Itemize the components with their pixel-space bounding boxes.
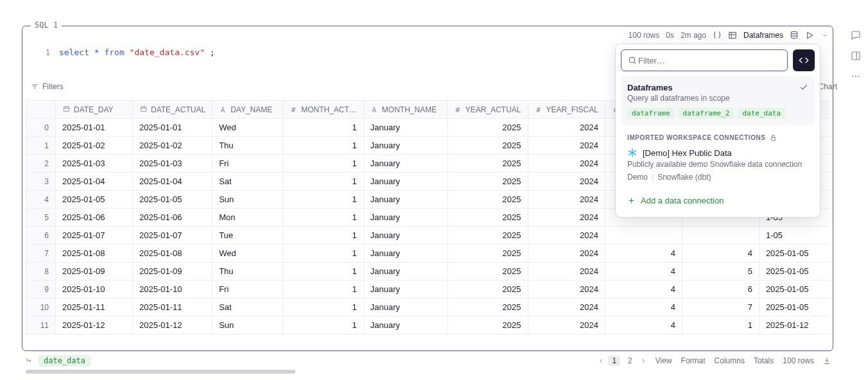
cell[interactable]: 1: [283, 263, 364, 281]
cell[interactable]: 2025-01-08: [56, 245, 133, 263]
cell[interactable]: 2025-01-05: [759, 298, 829, 316]
cell[interactable]: 7: [682, 298, 759, 316]
footer-view[interactable]: View: [655, 356, 672, 365]
cell[interactable]: 2025: [447, 227, 528, 245]
cell[interactable]: January: [363, 245, 447, 263]
page-2[interactable]: 2: [624, 356, 636, 366]
cell[interactable]: Thu: [213, 137, 283, 155]
cell[interactable]: 1: [283, 316, 364, 334]
cell[interactable]: 2025-01-08: [133, 245, 213, 263]
download-icon[interactable]: [823, 357, 831, 365]
cell[interactable]: 5: [682, 263, 759, 281]
table-row[interactable]: 102025-01-112025-01-11Sat1January2025202…: [26, 298, 830, 316]
cell[interactable]: 2024: [528, 263, 605, 281]
cell[interactable]: 2025-01-12: [56, 316, 133, 334]
cell[interactable]: 2024: [528, 298, 605, 316]
cell[interactable]: 1: [283, 298, 364, 316]
cell[interactable]: 2024: [528, 316, 605, 334]
cell[interactable]: 4: [605, 245, 682, 263]
cell[interactable]: January: [363, 298, 447, 316]
cell[interactable]: 2024: [528, 245, 605, 263]
cell[interactable]: 2025-01-12: [759, 316, 829, 334]
horizontal-scrollbar[interactable]: [26, 370, 295, 374]
cell[interactable]: 2025: [447, 245, 528, 263]
cell[interactable]: 2025-01-05: [759, 263, 829, 281]
source-dataframes[interactable]: Dataframes Query all dataframes in scope…: [621, 76, 815, 125]
column-header[interactable]: DATE_ACTUAL: [133, 101, 213, 119]
cell[interactable]: 2024: [528, 119, 605, 137]
cell[interactable]: Fri: [213, 281, 283, 298]
cell[interactable]: 4: [605, 316, 682, 334]
table-row[interactable]: 72025-01-082025-01-08Wed1January20252024…: [26, 245, 830, 263]
cell[interactable]: 1: [283, 173, 364, 191]
cell[interactable]: 2025-01-02: [133, 137, 213, 155]
cell[interactable]: 2025-01-02: [56, 137, 133, 155]
footer-totals[interactable]: Totals: [754, 356, 774, 365]
page-1[interactable]: 1: [608, 356, 620, 366]
cell[interactable]: January: [363, 173, 447, 191]
cell[interactable]: 2025-01-12: [133, 316, 213, 334]
cell[interactable]: 2025: [447, 316, 528, 334]
cell[interactable]: 4: [605, 263, 682, 281]
tab-chart[interactable]: Chart: [819, 82, 837, 91]
cell[interactable]: 1: [283, 155, 364, 173]
cell[interactable]: January: [363, 227, 447, 245]
table-row[interactable]: 62025-01-072025-01-07Tue1January20252024…: [26, 227, 830, 245]
cell[interactable]: January: [363, 137, 447, 155]
filter-input[interactable]: [637, 55, 781, 66]
cell[interactable]: [605, 227, 682, 245]
page-next[interactable]: [640, 358, 647, 364]
table-icon[interactable]: [728, 31, 737, 40]
chevron-down-icon[interactable]: [820, 31, 829, 40]
table-row[interactable]: 92025-01-102025-01-10Fri1January20252024…: [26, 281, 830, 298]
cell[interactable]: 2024: [528, 155, 605, 173]
table-row[interactable]: 112025-01-122025-01-12Sun1January2025202…: [26, 316, 830, 334]
data-source-label[interactable]: Dataframes: [743, 31, 783, 40]
cell[interactable]: 1: [283, 245, 364, 263]
cell[interactable]: Sun: [213, 191, 283, 209]
cell[interactable]: 2025: [447, 263, 528, 281]
layout-icon[interactable]: [850, 50, 862, 62]
column-header[interactable]: ADAY_NAME: [213, 101, 283, 119]
cell[interactable]: 2025: [447, 173, 528, 191]
column-header[interactable]: DATE_DAY: [56, 101, 133, 119]
cell[interactable]: 1: [682, 316, 759, 334]
cell[interactable]: 2025-01-09: [133, 263, 213, 281]
cell[interactable]: January: [363, 191, 447, 209]
column-header[interactable]: #YEAR_ACTUAL: [447, 101, 528, 119]
cell[interactable]: 2024: [528, 137, 605, 155]
cell[interactable]: 4: [605, 281, 682, 298]
cell[interactable]: Sat: [213, 173, 283, 191]
dataframe-pill[interactable]: date_data: [738, 108, 785, 119]
cell[interactable]: 1: [283, 281, 364, 298]
cell[interactable]: 2025-01-05: [759, 245, 829, 263]
filters-button[interactable]: Filters: [31, 82, 64, 91]
cell[interactable]: 2024: [528, 173, 605, 191]
cell[interactable]: 2025: [447, 209, 528, 227]
cell[interactable]: January: [363, 155, 447, 173]
cell[interactable]: 2025-01-07: [133, 227, 213, 245]
cell[interactable]: 2025: [447, 119, 528, 137]
cell[interactable]: Sun: [213, 316, 283, 334]
cell[interactable]: 2025-01-07: [56, 227, 133, 245]
column-header[interactable]: AMONTH_NAME: [363, 101, 447, 119]
cell[interactable]: January: [363, 281, 447, 298]
cell[interactable]: Mon: [213, 209, 283, 227]
cell[interactable]: [682, 227, 759, 245]
cell[interactable]: 1: [283, 209, 364, 227]
cell[interactable]: 2025-01-03: [56, 155, 133, 173]
cell[interactable]: 2025: [447, 137, 528, 155]
cell[interactable]: 2025-01-05: [56, 191, 133, 209]
cell[interactable]: 2025-01-10: [133, 281, 213, 298]
cell[interactable]: January: [363, 263, 447, 281]
add-connection-button[interactable]: Add a data connection: [621, 189, 815, 212]
cell[interactable]: Sat: [213, 298, 283, 316]
cell[interactable]: 2025-01-11: [133, 298, 213, 316]
search-box[interactable]: [621, 49, 788, 71]
cell[interactable]: 2025-01-06: [133, 209, 213, 227]
cell[interactable]: 2024: [528, 191, 605, 209]
cell[interactable]: 2025-01-10: [56, 281, 133, 298]
cell[interactable]: 2025-01-01: [133, 119, 213, 137]
cell[interactable]: 1: [283, 137, 364, 155]
cell[interactable]: 2025-01-01: [56, 119, 133, 137]
